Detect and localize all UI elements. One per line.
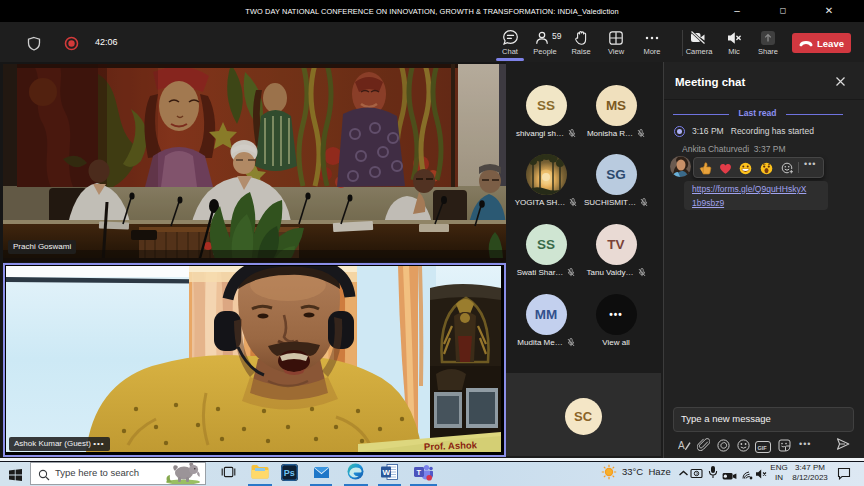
svg-text:A: A — [678, 440, 685, 451]
svg-text:GIF: GIF — [757, 445, 767, 451]
svg-text:W: W — [383, 468, 391, 477]
svg-text:Prof. Ashok: Prof. Ashok — [424, 439, 478, 452]
svg-text:Ps: Ps — [284, 468, 295, 478]
svg-text:T: T — [417, 468, 422, 477]
